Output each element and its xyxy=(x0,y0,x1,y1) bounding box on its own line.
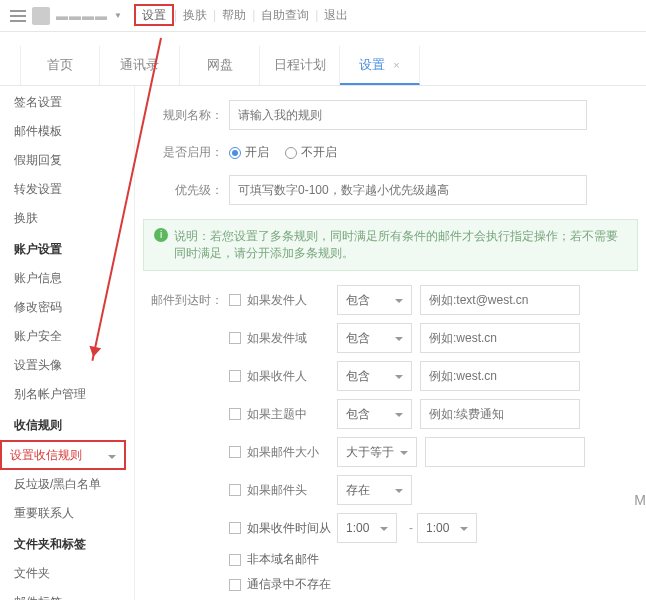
enable-off-radio[interactable]: 不开启 xyxy=(285,144,337,161)
cond-input-1[interactable] xyxy=(420,323,580,353)
time-to-select[interactable]: 1:00 xyxy=(417,513,477,543)
cond-input-0[interactable] xyxy=(420,285,580,315)
sidebar-item-3[interactable]: 转发设置 xyxy=(0,175,134,204)
sidebar-group-5: 账户设置 xyxy=(0,233,134,264)
cond-label-3: 如果主题中 xyxy=(247,406,337,423)
priority-label: 优先级： xyxy=(143,182,223,199)
sidebar-group-11: 收信规则 xyxy=(0,409,134,440)
sidebar-item-14[interactable]: 重要联系人 xyxy=(0,499,134,528)
cond-checkbox-4[interactable] xyxy=(229,446,241,458)
enable-label: 是否启用： xyxy=(143,144,223,161)
sidebar-item-1[interactable]: 邮件模板 xyxy=(0,117,134,146)
cond-checkbox-0[interactable] xyxy=(229,294,241,306)
top-link-4[interactable]: 退出 xyxy=(318,8,354,22)
arrive-label: 邮件到达时： xyxy=(143,292,223,309)
time-checkbox[interactable] xyxy=(229,522,241,534)
avatar[interactable] xyxy=(32,7,50,25)
size-unit: M xyxy=(634,492,646,508)
sidebar-item-12[interactable]: 设置收信规则 xyxy=(0,440,126,470)
top-link-1[interactable]: 换肤 xyxy=(177,8,213,22)
cond-input-2[interactable] xyxy=(420,361,580,391)
cond-input-4[interactable] xyxy=(425,437,585,467)
sidebar-item-16[interactable]: 文件夹 xyxy=(0,559,134,588)
nonlocal-label: 非本域名邮件 xyxy=(247,551,319,568)
sidebar-item-8[interactable]: 账户安全 xyxy=(0,322,134,351)
sidebar-item-7[interactable]: 修改密码 xyxy=(0,293,134,322)
cond-label-4: 如果邮件大小 xyxy=(247,444,337,461)
cond-op-0[interactable]: 包含 xyxy=(337,285,412,315)
cond-checkbox-5[interactable] xyxy=(229,484,241,496)
nonlocal-checkbox[interactable] xyxy=(229,554,241,566)
notinbook-checkbox[interactable] xyxy=(229,579,241,591)
close-icon[interactable]: × xyxy=(393,59,399,71)
cond-label-1: 如果发件域 xyxy=(247,330,337,347)
rule-name-label: 规则名称： xyxy=(143,107,223,124)
topbar: ▬▬▬▬ ▼ 设置|换肤|帮助|自助查询|退出 xyxy=(0,0,646,32)
content: 规则名称： 是否启用： 开启 不开启 优先级： i 说明：若您设置了多条规则，同… xyxy=(135,86,646,600)
tab-1[interactable]: 通讯录 xyxy=(100,46,180,85)
sidebar: 签名设置邮件模板假期回复转发设置换肤账户设置账户信息修改密码账户安全设置头像别名… xyxy=(0,86,135,600)
sidebar-item-4[interactable]: 换肤 xyxy=(0,204,134,233)
username: ▬▬▬▬ xyxy=(56,9,108,23)
top-link-3[interactable]: 自助查询 xyxy=(255,8,315,22)
info-note: i 说明：若您设置了多条规则，同时满足所有条件的邮件才会执行指定操作；若不需要同… xyxy=(143,219,638,271)
tab-4[interactable]: 设置× xyxy=(340,46,420,85)
cond-label-0: 如果发件人 xyxy=(247,292,337,309)
time-from-select[interactable]: 1:00 xyxy=(337,513,397,543)
cond-op-1[interactable]: 包含 xyxy=(337,323,412,353)
info-icon: i xyxy=(154,228,168,242)
time-label: 如果收件时间从 xyxy=(247,520,331,537)
sidebar-item-6[interactable]: 账户信息 xyxy=(0,264,134,293)
cond-op-3[interactable]: 包含 xyxy=(337,399,412,429)
cond-input-3[interactable] xyxy=(420,399,580,429)
tab-2[interactable]: 网盘 xyxy=(180,46,260,85)
sidebar-item-0[interactable]: 签名设置 xyxy=(0,88,134,117)
chevron-down-icon[interactable]: ▼ xyxy=(114,11,122,20)
notinbook-label: 通信录中不存在 xyxy=(247,576,331,593)
top-link-0[interactable]: 设置 xyxy=(134,4,174,26)
cond-op-5[interactable]: 存在 xyxy=(337,475,412,505)
cond-label-5: 如果邮件头 xyxy=(247,482,337,499)
cond-label-2: 如果收件人 xyxy=(247,368,337,385)
sidebar-item-9[interactable]: 设置头像 xyxy=(0,351,134,380)
cond-checkbox-3[interactable] xyxy=(229,408,241,420)
sidebar-item-10[interactable]: 别名帐户管理 xyxy=(0,380,134,409)
priority-input[interactable] xyxy=(229,175,587,205)
cond-op-4[interactable]: 大于等于 xyxy=(337,437,417,467)
enable-on-radio[interactable]: 开启 xyxy=(229,144,269,161)
tabs: 首页通讯录网盘日程计划设置× xyxy=(0,46,646,86)
sidebar-item-2[interactable]: 假期回复 xyxy=(0,146,134,175)
cond-checkbox-2[interactable] xyxy=(229,370,241,382)
tab-0[interactable]: 首页 xyxy=(20,46,100,85)
top-link-2[interactable]: 帮助 xyxy=(216,8,252,22)
sidebar-group-15: 文件夹和标签 xyxy=(0,528,134,559)
sidebar-item-13[interactable]: 反垃圾/黑白名单 xyxy=(0,470,134,499)
cond-checkbox-1[interactable] xyxy=(229,332,241,344)
menu-icon[interactable] xyxy=(10,10,26,22)
cond-op-2[interactable]: 包含 xyxy=(337,361,412,391)
tab-3[interactable]: 日程计划 xyxy=(260,46,340,85)
rule-name-input[interactable] xyxy=(229,100,587,130)
sidebar-item-17[interactable]: 邮件标签 xyxy=(0,588,134,600)
